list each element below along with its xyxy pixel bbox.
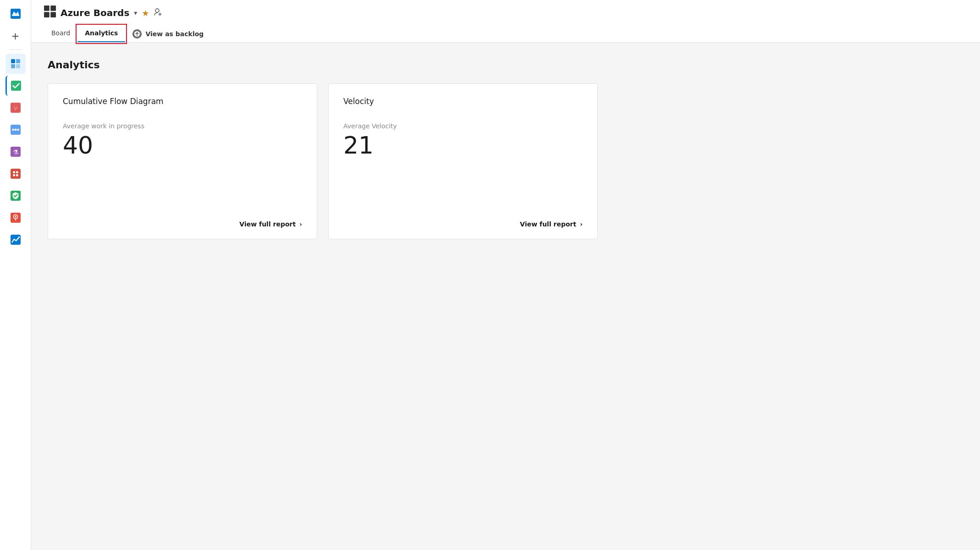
velocity-link[interactable]: View full report	[520, 220, 576, 228]
svg-rect-3	[11, 64, 15, 68]
pipelines-icon[interactable]	[6, 120, 26, 140]
main-content: Azure Boards ▾ ★ Board Analytics	[31, 0, 980, 550]
cumulative-flow-link[interactable]: View full report	[239, 220, 296, 228]
svg-point-10	[14, 129, 16, 131]
svg-point-24	[15, 216, 16, 217]
favorite-star-icon[interactable]: ★	[142, 8, 149, 18]
velocity-chevron-icon: ›	[580, 220, 583, 228]
header-top: Azure Boards ▾ ★	[44, 6, 967, 20]
svg-rect-28	[44, 6, 50, 11]
testplans-icon[interactable]: ⚗	[6, 142, 26, 162]
svg-text:⚗: ⚗	[12, 148, 18, 156]
view-backlog-label: View as backlog	[145, 30, 204, 38]
velocity-title: Velocity	[343, 97, 583, 106]
svg-rect-20	[16, 174, 18, 176]
sidebar-divider-1	[9, 50, 22, 50]
title-chevron-icon[interactable]: ▾	[134, 9, 137, 16]
svg-rect-18	[16, 171, 18, 173]
security-icon[interactable]	[6, 186, 26, 206]
svg-point-11	[17, 129, 19, 131]
content-area: Analytics Cumulative Flow Diagram Averag…	[31, 43, 980, 550]
analytics-cards-grid: Cumulative Flow Diagram Average work in …	[48, 83, 598, 239]
svg-rect-19	[13, 174, 15, 176]
boards-nav-icon[interactable]	[6, 54, 26, 74]
velocity-card[interactable]: Velocity Average Velocity 21 View full r…	[328, 83, 598, 239]
app-title: Azure Boards	[61, 7, 129, 18]
view-backlog-icon	[132, 29, 142, 38]
analytics-icon[interactable]	[6, 230, 26, 250]
svg-rect-2	[16, 59, 20, 63]
artifacts-icon[interactable]	[6, 164, 26, 184]
velocity-metric-label: Average Velocity	[343, 122, 583, 130]
svg-rect-1	[11, 59, 15, 63]
svg-rect-4	[16, 64, 20, 68]
tab-analytics[interactable]: Analytics	[77, 26, 125, 42]
svg-rect-31	[50, 12, 56, 17]
feedback-icon[interactable]	[6, 208, 26, 228]
cumulative-flow-chevron-icon: ›	[299, 220, 302, 228]
tab-board[interactable]: Board	[44, 26, 77, 42]
svg-point-9	[12, 129, 14, 131]
cumulative-flow-card[interactable]: Cumulative Flow Diagram Average work in …	[48, 83, 317, 239]
kanban-icon[interactable]	[6, 76, 26, 96]
svg-rect-16	[11, 169, 21, 179]
add-icon[interactable]: +	[6, 26, 26, 46]
cumulative-flow-footer: View full report ›	[63, 211, 302, 228]
cumulative-flow-metric-value: 40	[63, 133, 302, 211]
azure-devops-icon[interactable]	[6, 4, 26, 24]
svg-point-32	[155, 9, 159, 12]
svg-point-27	[18, 236, 20, 238]
svg-rect-17	[13, 171, 15, 173]
velocity-footer: View full report ›	[343, 211, 583, 228]
person-add-icon[interactable]	[154, 7, 163, 18]
svg-rect-22	[11, 213, 21, 223]
sidebar: + ⑂ ⚗	[0, 0, 31, 550]
app-icon	[44, 6, 56, 20]
velocity-metric-value: 21	[343, 133, 583, 211]
tabs-bar: Board Analytics View as backlog	[44, 26, 967, 42]
view-as-backlog-button[interactable]: View as backlog	[125, 26, 211, 42]
svg-rect-29	[50, 6, 56, 11]
svg-text:⑂: ⑂	[14, 105, 17, 112]
cumulative-flow-metric-label: Average work in progress	[63, 122, 302, 130]
page-title: Analytics	[48, 59, 963, 71]
cumulative-flow-title: Cumulative Flow Diagram	[63, 97, 302, 106]
repos-icon[interactable]: ⑂	[6, 98, 26, 118]
svg-rect-30	[44, 12, 50, 17]
header: Azure Boards ▾ ★ Board Analytics	[31, 0, 980, 43]
